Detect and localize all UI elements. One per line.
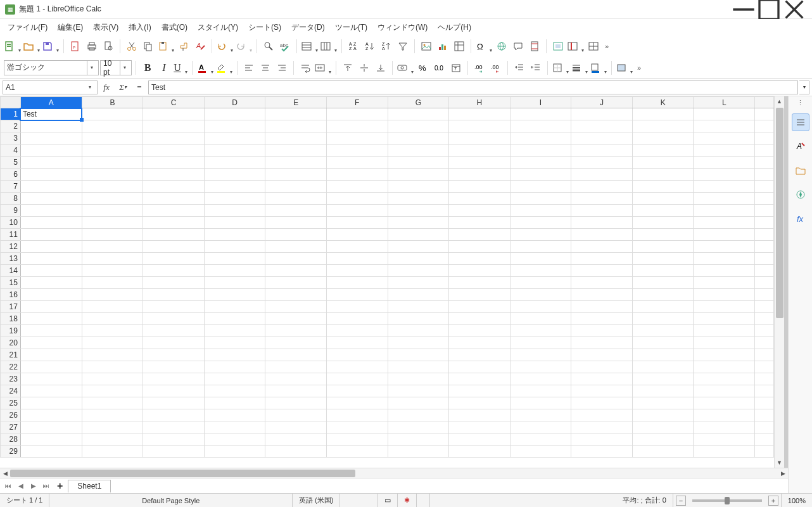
spellcheck-button[interactable]: abc [277, 39, 293, 54]
row-header[interactable]: 4 [1, 144, 21, 157]
cell[interactable] [143, 409, 205, 421]
row-header[interactable]: 1 [1, 108, 21, 120]
cell[interactable] [326, 289, 388, 301]
cell[interactable] [510, 120, 571, 132]
align-right-button[interactable] [274, 60, 289, 75]
cell[interactable] [571, 361, 633, 373]
cell[interactable] [20, 277, 82, 289]
cell[interactable] [571, 132, 633, 144]
cell[interactable] [265, 229, 327, 241]
cell[interactable] [82, 313, 143, 325]
cell[interactable] [388, 144, 449, 157]
cell[interactable] [326, 409, 388, 421]
cell[interactable] [20, 144, 82, 157]
cell[interactable] [265, 265, 327, 277]
cell[interactable] [82, 301, 143, 313]
cell[interactable] [326, 193, 388, 205]
cell[interactable] [388, 325, 449, 337]
cell[interactable] [265, 169, 327, 181]
cell[interactable] [694, 385, 755, 397]
cell[interactable] [204, 337, 265, 349]
cell[interactable] [632, 397, 694, 409]
scroll-down-button[interactable]: ▼ [775, 458, 785, 468]
cell[interactable] [571, 229, 633, 241]
cell[interactable] [510, 265, 571, 277]
column-header[interactable]: B [82, 97, 143, 108]
cell[interactable] [388, 373, 449, 385]
clone-formatting-button[interactable] [176, 39, 191, 54]
print-button[interactable] [84, 39, 99, 54]
cell[interactable] [632, 277, 694, 289]
cell[interactable] [632, 253, 694, 265]
cell[interactable] [143, 446, 205, 458]
cell[interactable] [326, 373, 388, 385]
cell[interactable] [20, 313, 82, 325]
spreadsheet-grid[interactable]: ABCDEFGHIJKL1Test23456789101112131415161… [0, 96, 774, 458]
cell[interactable] [510, 169, 571, 181]
sidebar-properties-button[interactable] [792, 113, 809, 131]
status-aggregate[interactable]: 平均: ; 合計: 0 [430, 494, 673, 507]
borders-button[interactable] [552, 60, 569, 75]
close-button[interactable] [782, 1, 807, 18]
cell[interactable] [204, 144, 265, 157]
row-header[interactable]: 21 [1, 349, 21, 361]
menu-data[interactable]: データ(D) [286, 20, 330, 35]
cell[interactable] [143, 373, 205, 385]
cell[interactable] [82, 120, 143, 132]
row-header[interactable]: 15 [1, 277, 21, 289]
cell[interactable] [694, 205, 755, 217]
cell[interactable] [632, 421, 694, 433]
increase-indent-button[interactable] [512, 60, 527, 75]
cell[interactable] [694, 325, 755, 337]
cell[interactable] [143, 241, 205, 253]
decrease-indent-button[interactable] [528, 60, 543, 75]
row-header[interactable]: 22 [1, 361, 21, 373]
cell[interactable] [571, 337, 633, 349]
cell[interactable] [388, 361, 449, 373]
cell[interactable] [449, 144, 511, 157]
cell[interactable] [571, 253, 633, 265]
cell[interactable] [510, 446, 571, 458]
cell[interactable] [449, 433, 511, 446]
cell[interactable] [204, 169, 265, 181]
cell[interactable] [388, 205, 449, 217]
cell[interactable] [632, 446, 694, 458]
cell[interactable] [143, 229, 205, 241]
cell[interactable] [571, 144, 633, 157]
cell[interactable] [388, 446, 449, 458]
cell[interactable] [204, 301, 265, 313]
cell[interactable] [143, 253, 205, 265]
cell[interactable] [449, 361, 511, 373]
cell[interactable] [326, 421, 388, 433]
menu-edit[interactable]: 編集(E) [53, 20, 88, 35]
cell[interactable] [510, 289, 571, 301]
cell[interactable] [265, 289, 327, 301]
insert-comment-button[interactable] [511, 39, 526, 54]
next-sheet-button[interactable]: ▶ [28, 480, 39, 492]
cell[interactable] [204, 433, 265, 446]
cell[interactable] [571, 157, 633, 169]
menu-window[interactable]: ウィンドウ(W) [372, 20, 433, 35]
define-range-button[interactable] [550, 39, 566, 54]
cell[interactable] [265, 301, 327, 313]
cell[interactable] [265, 361, 327, 373]
align-center-button[interactable] [258, 60, 273, 75]
cell[interactable] [204, 132, 265, 144]
underline-button[interactable]: U [173, 60, 188, 75]
cell[interactable] [388, 421, 449, 433]
format-toolbar-overflow-button[interactable]: » [635, 64, 644, 72]
cell[interactable] [143, 181, 205, 193]
add-sheet-button[interactable]: + [53, 480, 67, 492]
cell[interactable] [510, 301, 571, 313]
row-header[interactable]: 13 [1, 253, 21, 265]
cell[interactable] [632, 289, 694, 301]
insert-chart-button[interactable] [435, 39, 450, 54]
cell[interactable] [82, 409, 143, 421]
cell[interactable] [510, 361, 571, 373]
row-header[interactable]: 24 [1, 385, 21, 397]
cell[interactable] [326, 301, 388, 313]
cell[interactable] [82, 181, 143, 193]
date-format-button[interactable]: 7 [448, 60, 464, 75]
cell[interactable] [694, 144, 755, 157]
cell[interactable] [694, 397, 755, 409]
